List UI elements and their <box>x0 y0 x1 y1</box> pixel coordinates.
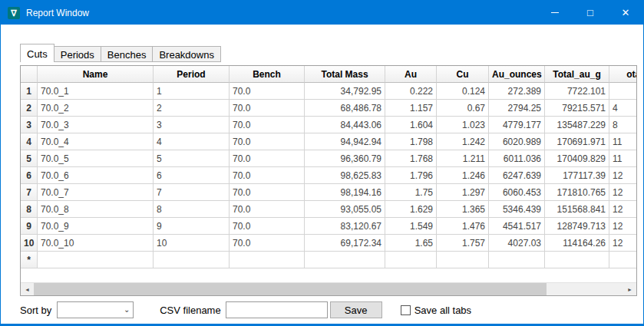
table-cell[interactable]: 4779.177 <box>489 117 545 133</box>
row-header[interactable]: 7 <box>21 184 38 201</box>
column-header[interactable]: Au <box>385 66 437 83</box>
table-cell[interactable]: 0.67 <box>437 100 489 117</box>
table-cell[interactable]: 11 <box>609 133 636 150</box>
table-cell[interactable] <box>154 252 230 268</box>
table-cell[interactable] <box>305 252 385 268</box>
table-cell[interactable]: 1.65 <box>385 235 437 252</box>
column-header[interactable]: Name <box>38 66 154 83</box>
minimize-button[interactable] <box>537 1 573 25</box>
table-cell[interactable]: 1.75 <box>385 184 437 201</box>
table-cell[interactable]: 70.0_6 <box>38 167 154 184</box>
save-button[interactable]: Save <box>330 301 382 318</box>
table-cell[interactable]: 12 <box>609 235 636 252</box>
table-cell[interactable]: 8 <box>154 201 230 218</box>
column-header[interactable]: Bench <box>230 66 305 83</box>
table-cell[interactable]: 5346.439 <box>489 201 545 218</box>
row-header[interactable]: 5 <box>21 150 38 167</box>
table-cell[interactable]: 70.0_1 <box>38 83 154 100</box>
tab-benches[interactable]: Benches <box>101 46 154 62</box>
table-cell[interactable]: 94,942.94 <box>305 133 385 150</box>
table-cell[interactable]: 70.0 <box>230 133 305 150</box>
table-cell[interactable]: 12 <box>609 201 636 218</box>
table-cell[interactable]: 1.023 <box>437 117 489 133</box>
table-cell[interactable]: 10 <box>154 235 230 252</box>
table-cell[interactable]: 11 <box>609 150 636 167</box>
table-cell[interactable]: 135487.229 <box>545 117 609 133</box>
table-cell[interactable]: 70.0_9 <box>38 218 154 235</box>
table-cell[interactable]: 6247.639 <box>489 167 545 184</box>
table-cell[interactable]: 70.0_3 <box>38 117 154 133</box>
column-header[interactable]: Cu <box>437 66 489 83</box>
scroll-left-icon[interactable]: ◄ <box>21 283 34 295</box>
table-cell[interactable]: 70.0_5 <box>38 150 154 167</box>
table-cell[interactable]: 170691.971 <box>545 133 609 150</box>
table-cell[interactable]: 70.0_7 <box>38 184 154 201</box>
table-cell[interactable]: 70.0 <box>230 218 305 235</box>
table-cell[interactable]: 171810.765 <box>545 184 609 201</box>
table-cell[interactable]: 70.0 <box>230 83 305 100</box>
table-cell[interactable]: 5 <box>154 150 230 167</box>
table-cell[interactable]: 68,486.78 <box>305 100 385 117</box>
table-cell[interactable]: 1.757 <box>437 235 489 252</box>
table-cell[interactable] <box>609 83 636 100</box>
table-cell[interactable]: 69,172.34 <box>305 235 385 252</box>
table-cell[interactable]: 170409.829 <box>545 150 609 167</box>
table-cell[interactable]: 1.246 <box>437 167 489 184</box>
scrollbar-thumb[interactable] <box>34 283 547 295</box>
table-cell[interactable]: 4 <box>609 100 636 117</box>
table-cell[interactable]: 151568.841 <box>545 201 609 218</box>
sort-by-dropdown[interactable]: ⌄ <box>57 301 134 318</box>
column-header[interactable]: Period <box>154 66 230 83</box>
titlebar[interactable]: ∇ Report Window □ ✕ <box>1 1 643 25</box>
column-header[interactable]: Total Mass <box>305 66 385 83</box>
table-cell[interactable]: 70.0 <box>230 150 305 167</box>
horizontal-scrollbar[interactable]: ◄ ► <box>21 282 636 295</box>
table-cell[interactable]: 1.297 <box>437 184 489 201</box>
table-cell[interactable]: 70.0_10 <box>38 235 154 252</box>
table-cell[interactable]: 7722.101 <box>545 83 609 100</box>
scroll-right-icon[interactable]: ► <box>623 283 636 295</box>
table-cell[interactable]: 12 <box>609 184 636 201</box>
table-cell[interactable] <box>545 252 609 268</box>
table-cell[interactable]: 2794.25 <box>489 100 545 117</box>
table-cell[interactable]: 7 <box>154 184 230 201</box>
table-cell[interactable]: 4541.517 <box>489 218 545 235</box>
table-cell[interactable]: 79215.571 <box>545 100 609 117</box>
table-cell[interactable]: 2 <box>154 100 230 117</box>
table-cell[interactable]: 34,792.95 <box>305 83 385 100</box>
row-header[interactable]: 1 <box>21 83 38 100</box>
table-cell[interactable]: 1.365 <box>437 201 489 218</box>
column-header[interactable]: Au_ounces <box>489 66 545 83</box>
table-cell[interactable]: 1.798 <box>385 133 437 150</box>
row-header[interactable]: 8 <box>21 201 38 218</box>
table-cell[interactable]: 70.0 <box>230 117 305 133</box>
table-cell[interactable]: 177117.39 <box>545 167 609 184</box>
table-cell[interactable]: 12 <box>609 167 636 184</box>
table-cell[interactable]: 93,055.05 <box>305 201 385 218</box>
table-cell[interactable]: 83,120.67 <box>305 218 385 235</box>
maximize-button[interactable]: □ <box>573 1 608 25</box>
table-cell[interactable]: 70.0 <box>230 184 305 201</box>
table-cell[interactable] <box>489 252 545 268</box>
grid-corner-cell[interactable] <box>21 66 38 83</box>
row-header[interactable]: 9 <box>21 218 38 235</box>
table-cell[interactable]: 70.0 <box>230 167 305 184</box>
column-header[interactable]: otal_c <box>609 66 636 83</box>
table-cell[interactable]: 1.211 <box>437 150 489 167</box>
table-cell[interactable]: 6060.453 <box>489 184 545 201</box>
table-cell[interactable]: 4 <box>154 133 230 150</box>
table-cell[interactable]: 1 <box>154 83 230 100</box>
save-all-tabs-checkbox[interactable] <box>401 305 411 315</box>
table-cell[interactable]: 9 <box>154 218 230 235</box>
table-cell[interactable]: 8 <box>609 117 636 133</box>
table-cell[interactable]: 0.124 <box>437 83 489 100</box>
row-header[interactable]: * <box>21 252 38 268</box>
tab-cuts[interactable]: Cuts <box>20 44 54 62</box>
table-cell[interactable]: 70.0 <box>230 201 305 218</box>
table-cell[interactable]: 0.222 <box>385 83 437 100</box>
table-cell[interactable]: 1.604 <box>385 117 437 133</box>
table-cell[interactable] <box>38 252 154 268</box>
row-header[interactable]: 10 <box>21 235 38 252</box>
tab-breakdowns[interactable]: Breakdowns <box>152 46 221 62</box>
scrollbar-track[interactable] <box>34 283 623 295</box>
